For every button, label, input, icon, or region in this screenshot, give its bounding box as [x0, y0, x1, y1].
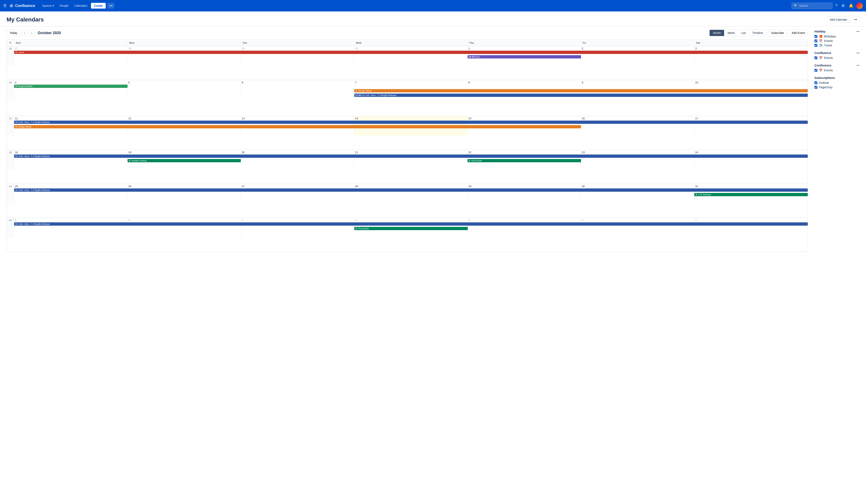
today-button[interactable]: Today	[7, 30, 20, 36]
day-26[interactable]: 26	[127, 184, 241, 203]
page-title: My Calendars	[7, 16, 44, 23]
day-19[interactable]: 19	[127, 150, 241, 169]
sidebar-conference-title: Conference	[814, 64, 831, 67]
header-tue: Tue	[241, 40, 354, 46]
sidebar-section-holiday: Holiday ••• 🎁 Birthdays 📅 Events ✈️ Trav…	[814, 30, 859, 47]
week-43-row: 43 25 26 27 28 29 30 31	[7, 184, 808, 203]
header-fri: Fri	[581, 40, 695, 46]
day-14[interactable]: 14	[354, 116, 468, 135]
search-input[interactable]	[799, 4, 830, 7]
help-button[interactable]: ?	[834, 2, 839, 9]
day-16[interactable]: 16	[581, 116, 695, 135]
week-42-row: 42 18 19 20 21 22 23 24	[7, 150, 808, 169]
day-6[interactable]: 6	[241, 80, 354, 100]
day-29[interactable]: 29	[468, 184, 581, 203]
settings-button[interactable]: ⚙	[840, 2, 846, 9]
day-8[interactable]: 8	[468, 80, 581, 100]
day-27[interactable]: 27	[241, 184, 354, 203]
day-22[interactable]: 22	[468, 150, 581, 169]
nav-spaces[interactable]: Spaces ▾	[40, 3, 56, 9]
notifications-button[interactable]: 🔔	[847, 2, 855, 9]
events-conference-label: Events	[824, 69, 833, 72]
sidebar-holiday-more[interactable]: •••	[856, 30, 859, 33]
day-24[interactable]: 24	[694, 150, 808, 169]
day-4[interactable]: 4	[14, 80, 127, 100]
nav-calendars[interactable]: Calendars	[72, 3, 89, 9]
day-11[interactable]: 11	[14, 116, 127, 135]
day-2[interactable]: 2	[581, 46, 695, 66]
next-button[interactable]: ›	[29, 30, 34, 36]
day-9[interactable]: 9	[581, 80, 695, 100]
checkbox-outlook[interactable]	[814, 81, 817, 84]
search-box[interactable]: 🔍	[791, 3, 832, 9]
header-thu: Thu	[468, 40, 581, 46]
day-7-next[interactable]: 7	[694, 218, 808, 237]
day-31[interactable]: 31	[694, 184, 808, 203]
day-30-prev[interactable]: 30	[354, 46, 468, 66]
page: My Calendars Add Calendar ••• Today ‹ › …	[0, 11, 866, 504]
week-44: 44 1 2 3 4 5 6 7 On Call - Amy - 7.2	[7, 218, 808, 251]
add-calendar-button[interactable]: Add Calendar	[827, 16, 851, 23]
day-17[interactable]: 17	[694, 116, 808, 135]
more-button[interactable]: •••	[107, 3, 114, 9]
day-28[interactable]: 28	[354, 184, 468, 203]
day-4-next[interactable]: 4	[354, 218, 468, 237]
day-18[interactable]: 18	[14, 150, 127, 169]
travel-icon: ✈️	[819, 44, 822, 47]
page-header-actions: Add Calendar •••	[827, 16, 859, 23]
tab-timeline[interactable]: Timeline	[749, 30, 766, 36]
day-5-next[interactable]: 5	[468, 218, 581, 237]
nav-people[interactable]: People	[58, 3, 71, 9]
logo-text: Confluence	[15, 4, 35, 8]
sidebar-events-holiday: 📅 Events	[814, 39, 859, 43]
prev-button[interactable]: ‹	[22, 30, 27, 36]
day-3-next[interactable]: 3	[241, 218, 354, 237]
day-29-prev[interactable]: 29	[241, 46, 354, 66]
logo[interactable]: Confluence	[9, 3, 35, 8]
hamburger-menu[interactable]: ☰	[3, 3, 7, 8]
header-sun: Sun	[14, 40, 127, 46]
day-30[interactable]: 30	[581, 184, 695, 203]
sidebar-confluence-more[interactable]: •••	[856, 51, 859, 55]
day-27-prev[interactable]: 27	[14, 46, 127, 66]
sidebar-events-conference: 📅 Events	[814, 69, 859, 72]
day-21[interactable]: 21	[354, 150, 468, 169]
day-12[interactable]: 12	[127, 116, 241, 135]
day-3[interactable]: 3	[694, 46, 808, 66]
day-7[interactable]: 7	[354, 80, 468, 100]
checkbox-events-holiday[interactable]	[814, 40, 817, 42]
create-button[interactable]: Create	[91, 3, 106, 9]
sidebar-conference-more[interactable]: •••	[856, 64, 859, 67]
tab-week[interactable]: Week	[724, 30, 738, 36]
checkbox-pagerduty[interactable]	[814, 86, 817, 89]
day-15[interactable]: 15	[468, 116, 581, 135]
sidebar-section-confluence: Confluence ••• 📅 Events	[814, 51, 859, 59]
day-13[interactable]: 13	[241, 116, 354, 135]
events-holiday-icon: 📅	[819, 39, 822, 43]
week-num-41: 41	[7, 116, 14, 135]
checkbox-events-conference[interactable]	[814, 69, 817, 72]
subscribe-button[interactable]: Subscribe	[768, 30, 787, 36]
day-2-next[interactable]: 2	[127, 218, 241, 237]
checkbox-events-confluence[interactable]	[814, 56, 817, 59]
week-40-row: 40 4 5 6 7 8 9 10	[7, 80, 808, 100]
day-28-prev[interactable]: 28	[127, 46, 241, 66]
add-event-button[interactable]: Add Event	[789, 30, 808, 36]
day-20[interactable]: 20	[241, 150, 354, 169]
day-5[interactable]: 5	[127, 80, 241, 100]
tab-month[interactable]: Month	[710, 30, 724, 36]
day-23[interactable]: 23	[581, 150, 695, 169]
day-6-next[interactable]: 6	[581, 218, 695, 237]
day-1-next[interactable]: 1	[14, 218, 127, 237]
checkbox-birthdays[interactable]	[814, 35, 817, 38]
day-1[interactable]: 1	[468, 46, 581, 66]
tab-list[interactable]: List	[738, 30, 749, 36]
day-25[interactable]: 25	[14, 184, 127, 203]
week-num-40: 40	[7, 80, 14, 100]
checkbox-travel[interactable]	[814, 44, 817, 47]
events-confluence-label: Events	[824, 56, 833, 59]
day-10[interactable]: 10	[694, 80, 808, 100]
page-more-button[interactable]: •••	[852, 16, 859, 23]
week-num-39: 39	[7, 46, 14, 66]
avatar[interactable]	[856, 2, 863, 9]
